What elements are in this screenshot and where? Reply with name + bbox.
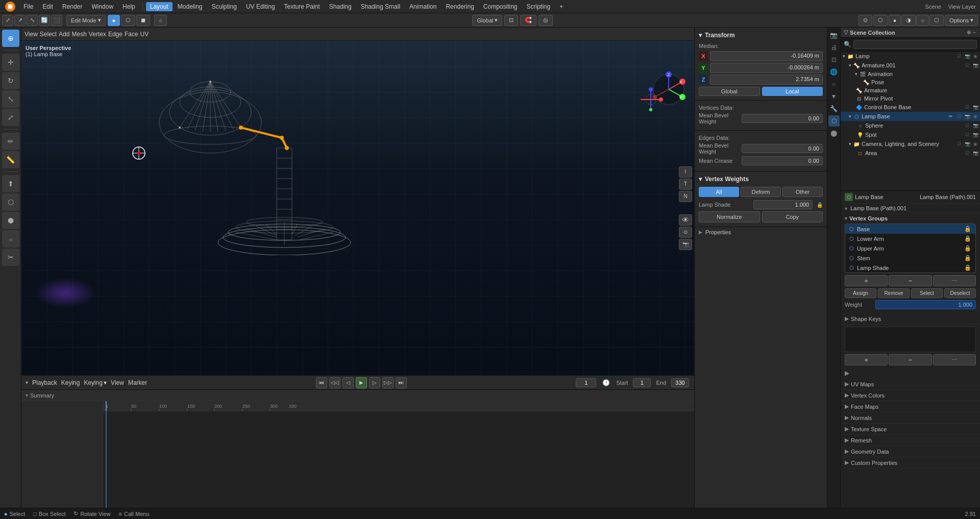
- spot-r[interactable]: 📷: [972, 131, 979, 138]
- render-props-icon[interactable]: 📷: [828, 30, 840, 41]
- viewport-3d[interactable]: User Perspective (1) Lamp Base X Y: [21, 41, 694, 375]
- vg-item-lower-arm[interactable]: ⬡ Lower Arm 🔒: [845, 234, 975, 243]
- vertex-colors-header[interactable]: ▶ Vertex Colors: [841, 390, 980, 401]
- sphere-r[interactable]: 📷: [972, 122, 979, 129]
- menu-window[interactable]: Window: [87, 2, 117, 11]
- lampbase-s[interactable]: ◉: [972, 113, 979, 120]
- material-shade-btn[interactable]: ◑: [901, 15, 916, 26]
- spot-v[interactable]: ☑: [964, 131, 971, 138]
- ctrlbone-r[interactable]: 📷: [972, 104, 979, 111]
- mode-selector[interactable]: Edit Mode ▾: [66, 15, 106, 26]
- cameraetc-s[interactable]: ◉: [972, 140, 979, 147]
- vw-deform-btn[interactable]: Deform: [741, 187, 781, 197]
- vg-stem-lock-icon[interactable]: 🔒: [964, 255, 971, 261]
- tree-item-lamp-base[interactable]: ▾ ⬡ Lamp Base ✏ ☑ 📷 ◉: [841, 112, 980, 121]
- global-coord-btn[interactable]: Global: [699, 87, 760, 96]
- y-value-field[interactable]: -0.000264 m: [710, 63, 823, 73]
- view-layer-props-icon[interactable]: ⊡: [828, 54, 840, 65]
- output-props-icon[interactable]: 🖨: [828, 42, 840, 53]
- copy-btn[interactable]: Copy: [762, 211, 823, 223]
- move-tool[interactable]: ✛: [2, 54, 19, 71]
- tool-panel-btn[interactable]: T: [679, 179, 692, 190]
- jump-end-btn[interactable]: ⏭: [396, 377, 407, 388]
- tree-item-armature-data[interactable]: 🦴 Armature: [841, 86, 980, 94]
- proportional-edit-btn[interactable]: ○: [154, 15, 167, 26]
- tree-item-sphere[interactable]: ○ Sphere ☑ 📷: [841, 121, 980, 130]
- lampbase-edit-icon[interactable]: ✏: [947, 113, 954, 120]
- tree-item-animation[interactable]: ▾ 🎬 Animation: [841, 70, 980, 78]
- workspace-scripting[interactable]: Scripting: [523, 2, 555, 11]
- knife-tool[interactable]: ✂: [2, 249, 19, 266]
- edit-select-menu[interactable]: Select: [40, 31, 57, 38]
- tree-item-spot[interactable]: 💡 Spot ☑ 📷: [841, 130, 980, 139]
- edit-view-menu[interactable]: View: [24, 31, 38, 38]
- timeline-marker-menu[interactable]: Marker: [128, 379, 147, 386]
- ed-mean-crease-value[interactable]: 0.00: [742, 156, 823, 165]
- vg-item-upper-arm[interactable]: ⬡ Upper Arm 🔒: [845, 243, 975, 253]
- vd-mean-bevel-value[interactable]: 0.00: [742, 114, 823, 123]
- workspace-uv-editing[interactable]: UV Editing: [242, 2, 279, 11]
- lamp-restrict-render[interactable]: 📷: [964, 53, 971, 60]
- weight-value-field[interactable]: 1.000: [875, 300, 976, 309]
- view-btn-3[interactable]: 📷: [679, 239, 692, 250]
- inset-tool[interactable]: ⬡: [2, 193, 19, 211]
- cursor-tool[interactable]: ⊕: [2, 30, 19, 47]
- current-frame-input[interactable]: 1: [576, 378, 596, 387]
- ed-mean-bevel-value[interactable]: 0.00: [742, 144, 823, 153]
- vertex-select-btn[interactable]: ●: [108, 15, 120, 26]
- sc-icon-1[interactable]: ⊕: [967, 30, 971, 35]
- lamp-restrict-select[interactable]: ◉: [972, 53, 979, 60]
- timeline-keying-menu[interactable]: Keying: [61, 379, 80, 386]
- n-panel-btn[interactable]: N: [679, 191, 692, 202]
- lamp-restrict-viewport[interactable]: ☑: [955, 53, 963, 60]
- sc-icon-2[interactable]: −: [973, 30, 976, 35]
- transform-header[interactable]: ▾ Transform: [695, 30, 827, 41]
- proportional-btn[interactable]: ◎: [538, 15, 553, 26]
- workspace-compositing[interactable]: Compositing: [479, 2, 522, 11]
- toolbar-icon-2[interactable]: ↗: [14, 15, 26, 26]
- sphere-v[interactable]: ☑: [964, 122, 971, 129]
- workspace-modeling[interactable]: Modeling: [174, 2, 207, 11]
- sk-context-btn[interactable]: ⋯: [933, 354, 976, 365]
- edit-add-menu[interactable]: Add: [59, 31, 69, 38]
- vg-remove-act-btn[interactable]: Remove: [878, 288, 910, 298]
- item-panel-btn[interactable]: I: [679, 166, 692, 178]
- prev-frame-btn[interactable]: ◁: [342, 377, 354, 388]
- vg-lampshade-lock-icon[interactable]: 🔒: [964, 264, 971, 271]
- uv-maps-header[interactable]: ▶ UV Maps: [841, 379, 980, 390]
- vg-assign-btn[interactable]: Assign: [845, 288, 876, 298]
- keying-dropdown[interactable]: Keying ▾: [84, 379, 107, 386]
- tree-item-armature001[interactable]: ▾ 🦴 Armature.001 ☑ 📷: [841, 61, 980, 70]
- transform-tool[interactable]: ⤢: [2, 109, 19, 126]
- arm001-r[interactable]: 📷: [972, 62, 979, 69]
- edit-mesh-menu[interactable]: Mesh: [72, 31, 87, 38]
- vg-base-lock-icon[interactable]: 🔒: [964, 226, 971, 232]
- next-frame-btn[interactable]: ▷: [369, 377, 380, 388]
- vg-item-base[interactable]: ⬡ Base 🔒: [845, 224, 975, 234]
- rotate-tool[interactable]: ↻: [2, 72, 19, 89]
- tree-item-pose[interactable]: 🦴 Pose: [841, 78, 980, 86]
- jump-start-btn[interactable]: ⏮: [316, 377, 327, 388]
- cameraetc-r[interactable]: 📷: [964, 140, 971, 147]
- properties-collapse[interactable]: ▶ Properties: [695, 227, 827, 237]
- tree-item-mirror-pivot[interactable]: ⊟ Mirror Pivot: [841, 94, 980, 103]
- toolbar-icon-1[interactable]: ⤢: [2, 15, 13, 26]
- extrude-tool[interactable]: ⬆: [2, 175, 19, 192]
- menu-file[interactable]: File: [19, 2, 37, 11]
- vertex-groups-list[interactable]: ⬡ Base 🔒 ⬡ Lower Arm 🔒 ⬡ U: [845, 224, 976, 273]
- x-value-field[interactable]: -0.16409 m: [710, 51, 823, 61]
- workspace-layout[interactable]: Layout: [146, 2, 173, 11]
- vg-select-btn[interactable]: Select: [911, 288, 943, 298]
- end-frame-input[interactable]: 330: [671, 378, 689, 387]
- area-v[interactable]: ☑: [964, 150, 971, 157]
- timeline-ruler-area[interactable]: 1 50 100 150 200 250: [103, 401, 694, 508]
- vg-deselect-btn[interactable]: Deselect: [944, 288, 976, 298]
- custom-properties-header[interactable]: ▶ Custom Properties: [841, 457, 980, 468]
- object-props-icon[interactable]: ▼: [828, 91, 840, 102]
- vw-other-btn[interactable]: Other: [782, 187, 823, 197]
- timeline-body[interactable]: [103, 411, 694, 508]
- material-props-icon[interactable]: ⬤: [828, 128, 840, 139]
- normals-header[interactable]: ▶ Normals: [841, 412, 980, 424]
- vg-item-stem[interactable]: ⬡ Stem 🔒: [845, 253, 975, 263]
- workspace-shading[interactable]: Shading: [325, 2, 356, 11]
